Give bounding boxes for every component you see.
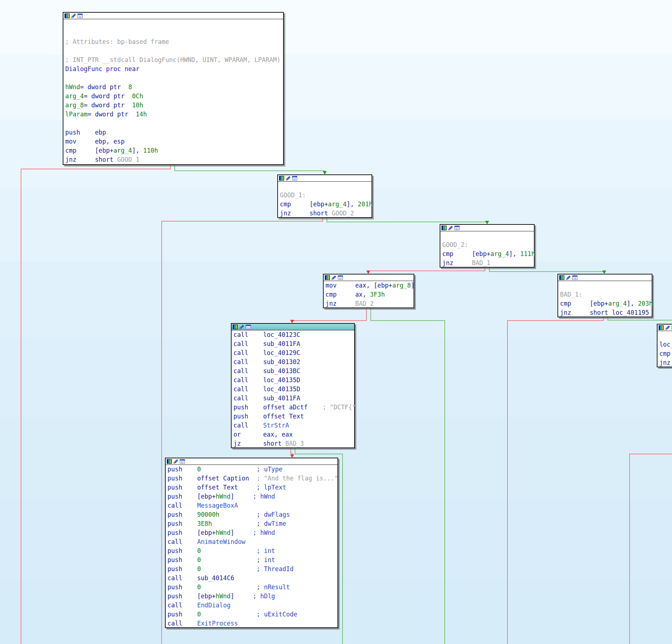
asm-line[interactable]: push offset Text ; lpText <box>166 483 337 492</box>
node-edit-icon[interactable] <box>665 325 670 330</box>
asm-line[interactable]: call StrStrA <box>232 421 354 430</box>
asm-line[interactable]: mov eax, [ebp+arg_8] <box>324 281 414 290</box>
node-color-icon[interactable] <box>279 176 284 181</box>
asm-line[interactable]: call loc_40123C <box>232 330 354 339</box>
node-view-icon[interactable] <box>338 275 343 280</box>
asm-line[interactable]: push offset Caption ; "And the flag is..… <box>166 474 337 483</box>
asm-line[interactable]: or eax, eax <box>232 430 354 439</box>
asm-line[interactable]: call loc_40135D <box>232 385 354 394</box>
ida-graph-view[interactable]: ; Attributes: bp-based frame; INT_PTR __… <box>0 0 672 644</box>
asm-line[interactable] <box>63 119 283 128</box>
node-good-2-titlebar[interactable] <box>440 225 534 231</box>
asm-line[interactable]: push [ebp+hWnd] ; hWnd <box>166 492 337 501</box>
node-good-2[interactable]: GOOD_2:cmp [ebp+arg_4], 111hjnz BAD_1 <box>440 224 535 268</box>
asm-line[interactable] <box>63 28 283 37</box>
node-view-icon[interactable] <box>180 459 185 464</box>
asm-line[interactable]: push [ebp+hWnd] ; hWnd <box>166 528 337 537</box>
asm-line[interactable]: cmp [ebp+arg_4], 110h <box>63 146 283 155</box>
node-messagebox-exit[interactable]: push 0 ; uTypepush offset Caption ; "And… <box>165 458 338 628</box>
asm-line[interactable]: push 0 ; nResult <box>166 583 337 592</box>
asm-line[interactable]: cmp [ebp+arg_4], 111h <box>440 249 534 259</box>
asm-line[interactable]: push [ebp+hWnd] ; hDlg <box>166 592 337 601</box>
asm-line[interactable]: lParam= dword ptr 14h <box>63 110 283 119</box>
asm-line[interactable]: call ExitProcess <box>166 619 337 628</box>
node-messagebox-exit-titlebar[interactable] <box>166 458 337 465</box>
node-bad-1[interactable]: BAD_1:cmp [ebp+arg_4], 203hjnz short loc… <box>557 274 652 317</box>
asm-line[interactable]: loc_ <box>658 340 672 349</box>
asm-line[interactable]: cmp ax, 3F3h <box>324 290 414 299</box>
node-edit-icon[interactable] <box>448 226 453 230</box>
asm-line[interactable]: hWnd= dword ptr 8 <box>63 83 283 92</box>
asm-line[interactable]: push 0 ; uType <box>166 465 337 474</box>
asm-line[interactable]: push 3E8h ; dwTime <box>166 519 337 528</box>
asm-line[interactable]: call sub_4014C6 <box>166 574 337 583</box>
node-view-icon[interactable] <box>572 275 577 280</box>
asm-line[interactable]: call loc_40135D <box>232 376 354 385</box>
asm-line[interactable]: jz short BAD_3 <box>232 439 354 448</box>
asm-line[interactable]: ; INT_PTR __stdcall DialogFunc(HWND, UIN… <box>63 55 283 65</box>
node-color-icon[interactable] <box>441 226 447 230</box>
node-view-icon[interactable] <box>246 325 251 329</box>
node-color-icon[interactable] <box>233 325 238 329</box>
asm-line[interactable]: push offset Text <box>232 412 354 421</box>
asm-line[interactable]: push 0 ; int <box>166 556 337 565</box>
node-bad-1-titlebar[interactable] <box>558 274 652 281</box>
asm-line[interactable]: GOOD_1: <box>278 191 372 200</box>
asm-line[interactable]: push ebp <box>63 128 283 137</box>
node-edit-icon[interactable] <box>239 325 244 329</box>
asm-line[interactable] <box>440 231 534 240</box>
node-dialogfunc-entry[interactable]: ; Attributes: bp-based frame; INT_PTR __… <box>63 12 284 165</box>
node-color-icon[interactable] <box>659 325 664 330</box>
asm-line[interactable]: jnz BAD_1 <box>440 259 534 268</box>
node-loc-partial-titlebar[interactable] <box>658 325 672 331</box>
node-wparam-check[interactable]: mov eax, [ebp+arg_8]cmp ax, 3F3hjnz BAD_… <box>323 274 414 308</box>
asm-line[interactable]: ; Attributes: bp-based frame <box>63 37 283 46</box>
asm-line[interactable]: push 0 ; ThreadId <box>166 565 337 574</box>
node-dialogfunc-entry-titlebar[interactable] <box>63 13 283 19</box>
asm-line[interactable]: call EndDialog <box>166 601 337 610</box>
asm-line[interactable]: jnz short loc_401195 <box>558 308 652 317</box>
asm-line[interactable]: push 0 ; uExitCode <box>166 610 337 619</box>
asm-line[interactable]: jnz <box>658 358 672 367</box>
asm-line[interactable] <box>558 281 652 290</box>
asm-line[interactable] <box>658 331 672 340</box>
node-good-1[interactable]: GOOD_1:cmp [ebp+arg_4], 201hjnz short GO… <box>277 174 372 218</box>
asm-line[interactable]: call MessageBoxA <box>166 501 337 510</box>
asm-line[interactable] <box>63 46 283 55</box>
asm-line[interactable]: cmp <box>658 349 672 358</box>
asm-line[interactable]: call sub_4013BC <box>232 367 354 376</box>
node-edit-icon[interactable] <box>71 13 76 18</box>
node-edit-icon[interactable] <box>331 275 336 280</box>
node-edit-icon[interactable] <box>286 176 291 181</box>
asm-line[interactable]: BAD_1: <box>558 290 652 299</box>
asm-line[interactable]: jnz short GOOD_2 <box>278 209 372 218</box>
node-edit-icon[interactable] <box>173 459 178 464</box>
asm-line[interactable]: arg_8= dword ptr 10h <box>63 101 283 110</box>
asm-line[interactable]: push offset aDctf ; "DCTF{" <box>232 403 354 412</box>
asm-line[interactable]: mov ebp, esp <box>63 137 283 146</box>
asm-line[interactable] <box>63 74 283 83</box>
asm-line[interactable] <box>278 182 372 191</box>
asm-line[interactable]: jnz BAD_2 <box>324 299 414 308</box>
asm-line[interactable]: cmp [ebp+arg_4], 203h <box>558 299 652 308</box>
asm-line[interactable]: cmp [ebp+arg_4], 201h <box>278 200 372 209</box>
asm-line[interactable] <box>63 19 283 28</box>
asm-line[interactable]: DialogFunc proc near <box>63 65 283 74</box>
node-flag-check-calls-titlebar[interactable] <box>232 324 354 330</box>
node-view-icon[interactable] <box>78 13 83 18</box>
asm-line[interactable]: call loc_40129C <box>232 348 354 358</box>
asm-line[interactable]: call sub_4011FA <box>232 394 354 403</box>
node-flag-check-calls[interactable]: call loc_40123Ccall sub_4011FAcall loc_4… <box>231 323 355 448</box>
asm-line[interactable]: push 90000h ; dwFlags <box>166 510 337 519</box>
node-color-icon[interactable] <box>325 275 330 280</box>
asm-line[interactable]: call AnimateWindow <box>166 537 337 546</box>
asm-line[interactable]: push 0 ; int <box>166 546 337 556</box>
asm-line[interactable]: call sub_4011FA <box>232 339 354 348</box>
node-view-icon[interactable] <box>455 226 460 230</box>
node-good-1-titlebar[interactable] <box>278 175 372 182</box>
node-wparam-check-titlebar[interactable] <box>324 274 414 281</box>
node-color-icon[interactable] <box>65 13 70 18</box>
asm-line[interactable]: arg_4= dword ptr 0Ch <box>63 92 283 101</box>
asm-line[interactable]: call sub_401302 <box>232 358 354 367</box>
node-view-icon[interactable] <box>292 176 297 181</box>
